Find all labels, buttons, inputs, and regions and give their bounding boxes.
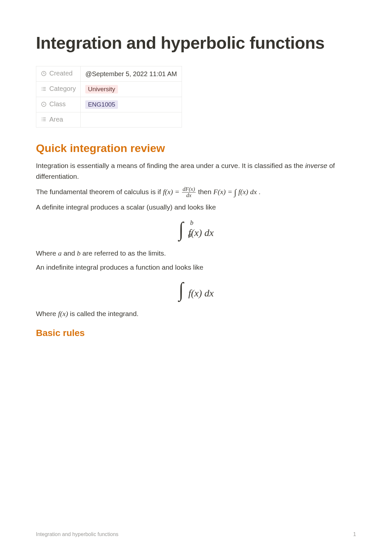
property-value-created: @September 5, 2022 11:01 AM bbox=[81, 66, 182, 82]
math-integrand: f(x) dx bbox=[188, 288, 214, 298]
integral-icon: ∫ bbox=[179, 219, 183, 239]
list-icon bbox=[41, 86, 47, 92]
svg-point-5 bbox=[42, 89, 42, 89]
property-label: Category bbox=[49, 85, 76, 92]
math-integrand: f(x) dx bbox=[188, 227, 214, 238]
paragraph: Where a and b are referred to as the lim… bbox=[36, 248, 356, 259]
paragraph: A definite integral produces a scalar (u… bbox=[36, 202, 356, 213]
text: are referred to as the limits. bbox=[80, 249, 166, 257]
paragraph: Where f(x) is called the integrand. bbox=[36, 308, 356, 319]
svg-point-4 bbox=[42, 87, 42, 88]
class-tag: ENG1005 bbox=[85, 100, 118, 109]
integral-icon: ∫ bbox=[234, 188, 237, 197]
footer-title: Integration and hyperbolic functions bbox=[36, 531, 119, 537]
math-text: f(x) = bbox=[163, 188, 181, 196]
property-label: Created bbox=[49, 70, 73, 77]
footer-page-number: 1 bbox=[353, 531, 356, 537]
math-denominator: dx bbox=[182, 193, 196, 198]
property-row-category: Category University bbox=[36, 81, 182, 97]
property-value-area bbox=[81, 112, 182, 127]
math-text: F(x) = bbox=[213, 188, 234, 196]
text: Integration is essentially a means of fi… bbox=[36, 162, 305, 169]
svg-point-6 bbox=[42, 90, 42, 91]
text: Where bbox=[36, 310, 58, 317]
math-upper-bound: b bbox=[190, 219, 193, 227]
integral-icon: ∫ bbox=[179, 279, 183, 300]
math-lower-bound: a bbox=[188, 231, 191, 239]
target-icon bbox=[41, 101, 47, 107]
property-row-area: Area bbox=[36, 112, 182, 127]
section-heading-review: Quick integration review bbox=[36, 142, 356, 155]
text: . bbox=[259, 188, 261, 195]
math-inline: b bbox=[77, 249, 80, 257]
property-label: Area bbox=[49, 116, 63, 123]
math-block-indefinite-integral: ∫ f(x) dx bbox=[36, 279, 356, 300]
svg-point-8 bbox=[43, 104, 44, 105]
property-label: Class bbox=[49, 100, 66, 108]
svg-point-14 bbox=[42, 121, 42, 121]
math-inline: f(x) = dF(x)dx bbox=[163, 188, 198, 196]
math-numerator: dF(x) bbox=[182, 186, 196, 193]
list-icon bbox=[41, 116, 47, 122]
page-footer: Integration and hyperbolic functions 1 bbox=[36, 531, 356, 537]
page-title: Integration and hyperbolic functions bbox=[36, 33, 356, 53]
text: Where bbox=[36, 249, 58, 257]
math-inline: a bbox=[58, 249, 62, 257]
paragraph: An indefinite integral produces a functi… bbox=[36, 262, 356, 273]
property-row-created: Created @September 5, 2022 11:01 AM bbox=[36, 66, 182, 82]
text: and bbox=[62, 249, 77, 257]
category-tag: University bbox=[85, 85, 118, 93]
text-emphasis: inverse bbox=[305, 162, 327, 169]
text: is called the integrand. bbox=[68, 310, 139, 317]
math-block-definite-integral: ∫ b a f(x) dx bbox=[36, 219, 356, 239]
math-text: f(x) dx bbox=[237, 188, 257, 196]
clock-icon bbox=[41, 71, 47, 76]
text: then bbox=[198, 188, 213, 195]
page-root: Integration and hyperbolic functions Cre… bbox=[0, 0, 392, 555]
svg-point-13 bbox=[42, 119, 42, 120]
section-heading-rules: Basic rules bbox=[36, 328, 356, 338]
properties-table: Created @September 5, 2022 11:01 AM Cate… bbox=[36, 66, 182, 127]
svg-point-12 bbox=[42, 118, 42, 118]
paragraph: The fundamental theorem of calculus is i… bbox=[36, 185, 356, 198]
text: The fundamental theorem of calculus is i… bbox=[36, 188, 163, 195]
math-inline: F(x) = ∫ f(x) dx bbox=[213, 188, 259, 196]
math-inline: f(x) bbox=[58, 310, 68, 318]
paragraph: Integration is essentially a means of fi… bbox=[36, 160, 356, 182]
property-row-class: Class ENG1005 bbox=[36, 97, 182, 112]
